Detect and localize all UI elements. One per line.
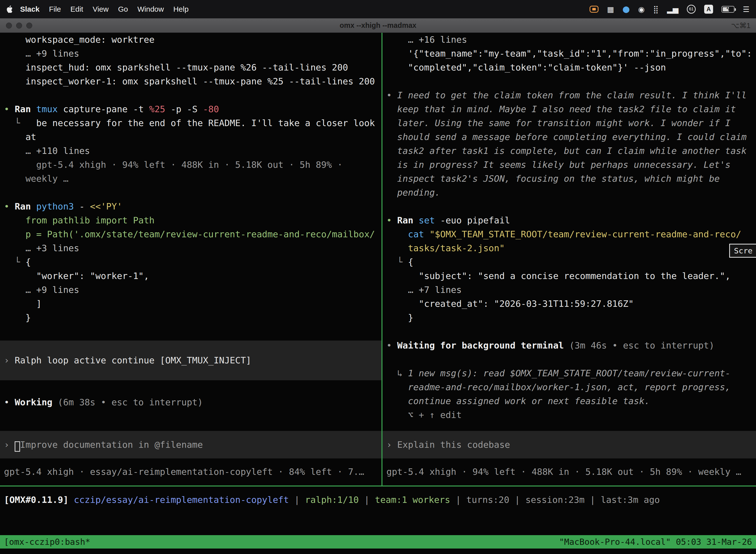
terminal-line: "worker": "worker-1", xyxy=(4,269,381,283)
menu-bar-left: SlackFileEditViewGoWindowHelp xyxy=(6,5,193,13)
terminal-line xyxy=(4,186,381,200)
app-menus: SlackFileEditViewGoWindowHelp xyxy=(15,5,193,13)
terminal-line: └ be necessary for the end of the README… xyxy=(4,116,381,130)
window-title: omx --xhigh --madmax xyxy=(0,21,756,30)
menu-window[interactable]: Window xyxy=(133,5,169,13)
terminal-line: … +9 lines xyxy=(4,47,381,61)
terminal: workspace_mode: worktree … +9 lines insp… xyxy=(0,33,756,554)
terminal-line: '{"team_name":"my-team","task_id":"1","f… xyxy=(386,47,756,61)
left-pane-statusline: gpt-5.4 xhigh · essay/ai-reimplementatio… xyxy=(4,465,381,479)
terminal-line: later. Using the same for transition mig… xyxy=(386,116,756,130)
prompt-input-right[interactable]: › Explain this codebase xyxy=(382,431,756,458)
tmux-pane-right[interactable]: … +16 lines '{"team_name":"my-team","tas… xyxy=(382,33,756,486)
terminal-line: … +9 lines xyxy=(4,283,381,297)
terminal-line: ↳ 1 new msg(s): read $OMX_TEAM_STATE_ROO… xyxy=(386,366,756,380)
menu-edit[interactable]: Edit xyxy=(66,5,88,13)
terminal-line: • Waiting for background terminal (3m 46… xyxy=(386,339,756,352)
terminal-line: workspace_mode: worktree xyxy=(4,33,381,47)
menu-slack[interactable]: Slack xyxy=(15,5,44,13)
terminal-line: … +110 lines xyxy=(4,144,381,158)
terminal-line: • Working (6m 38s • esc to interrupt) xyxy=(4,395,381,409)
terminal-line: [OMX#0.11.9] cczip/essay/ai-reimplementa… xyxy=(4,493,756,507)
menu-help[interactable]: Help xyxy=(169,5,193,13)
terminal-line: … +7 lines xyxy=(386,283,756,297)
bars-icon[interactable]: ▂▅ xyxy=(667,5,678,14)
terminal-line: keep that in mind. Maybe I also need the… xyxy=(386,102,756,116)
charging-bolt-icon: ϟ xyxy=(727,6,730,12)
menu-view[interactable]: View xyxy=(88,5,113,13)
working-status: • Working (6m 38s • esc to interrupt) xyxy=(4,395,381,409)
terminal-line: weekly … xyxy=(4,172,381,186)
terminal-line: tasks/task-2.json" xyxy=(386,241,756,255)
terminal-line: … +3 lines xyxy=(4,241,381,255)
menu-bar: SlackFileEditViewGoWindowHelp ▦ ⬤ ◉ ⣿ ▂▅… xyxy=(0,0,756,18)
terminal-line: at xyxy=(4,130,381,144)
terminal-line: └ { xyxy=(386,255,756,269)
terminal-line: inspect_hud: omx sparkshell --tmux-pane … xyxy=(4,61,381,74)
screen-capture-popup[interactable]: Scre xyxy=(729,244,756,258)
terminal-line: readme-and-reco/mailbox/worker-1.json, a… xyxy=(386,380,756,394)
terminal-line: gpt-5.4 xhigh · 94% left · 488K in · 5.1… xyxy=(4,158,381,172)
terminal-line: › Explain this codebase xyxy=(386,438,756,452)
menu-lines-icon[interactable]: ☰ xyxy=(743,5,750,14)
left-pane-output: workspace_mode: worktree … +9 lines insp… xyxy=(4,33,381,325)
screen-recording-stop-icon[interactable] xyxy=(589,6,598,13)
pane-bottom-border xyxy=(0,486,756,487)
gauge-icon[interactable]: 61 xyxy=(687,5,696,14)
terminal-line: } xyxy=(386,311,756,325)
terminal-line: "created_at": "2026-03-31T11:59:27.816Z" xyxy=(386,297,756,311)
terminal-line: "completed","claim_token":"claim-token"}… xyxy=(386,61,756,74)
terminal-line: inspect task2's JSON, focusing on the st… xyxy=(386,172,756,186)
menu-status-icons: ▦ ⬤ ◉ ⣿ ▂▅ 61 A ϟ ☰ xyxy=(589,5,750,14)
terminal-line: is in progress? It seems likely but perh… xyxy=(386,158,756,172)
terminal-line: } xyxy=(4,311,381,325)
apple-menu-icon[interactable] xyxy=(6,5,13,13)
terminal-line xyxy=(386,200,756,214)
menu-go[interactable]: Go xyxy=(113,5,133,13)
input-source-letter: A xyxy=(706,6,711,13)
tmux-session-label[interactable]: [omx-cczip0:bash* xyxy=(4,537,90,547)
battery-icon[interactable]: ϟ xyxy=(721,6,735,13)
close-button[interactable] xyxy=(6,22,12,29)
disc-icon[interactable]: ◉ xyxy=(638,5,645,14)
drop-icon[interactable]: ⬤ xyxy=(623,5,630,13)
gauge-value: 61 xyxy=(689,7,694,12)
terminal-line: • Ran tmux capture-pane -t %25 -p -S -80 xyxy=(4,102,381,116)
terminal-line: › Improve documentation in @filename xyxy=(4,438,381,452)
menu-file[interactable]: File xyxy=(44,5,65,13)
traffic-lights xyxy=(6,22,32,29)
zoom-button[interactable] xyxy=(26,22,32,29)
input-source-icon[interactable]: A xyxy=(704,5,713,14)
terminal-line xyxy=(386,74,756,88)
terminal-line: › Ralph loop active continue [OMX_TMUX_I… xyxy=(4,353,381,367)
right-pane-output: … +16 lines '{"team_name":"my-team","tas… xyxy=(386,33,756,422)
terminal-line xyxy=(4,88,381,102)
inject-banner: › Ralph loop active continue [OMX_TMUX_I… xyxy=(0,340,381,380)
terminal-line: continue assigned work or next feasible … xyxy=(386,394,756,408)
terminal-line: └ { xyxy=(4,255,381,269)
terminal-line: task2 after task1 is complete, but can I… xyxy=(386,144,756,158)
grid-icon[interactable]: ▦ xyxy=(607,5,614,14)
terminal-line: • Ran set -euo pipefail xyxy=(386,214,756,227)
terminal-line: • I need to get the claim token from the… xyxy=(386,88,756,102)
terminal-line: … +16 lines xyxy=(386,33,756,47)
prompt-input-left[interactable]: › Improve documentation in @filename xyxy=(0,431,381,458)
omx-status-line: [OMX#0.11.9] cczip/essay/ai-reimplementa… xyxy=(4,493,756,507)
terminal-line: from pathlib import Path xyxy=(4,214,381,227)
tmux-pane-left[interactable]: workspace_mode: worktree … +9 lines insp… xyxy=(0,33,381,486)
terminal-line: ⌥ + ↑ edit xyxy=(386,408,756,422)
terminal-line: p = Path('.omx/state/team/review-current… xyxy=(4,227,381,241)
window-shortcut: ⌥⌘1 xyxy=(731,21,751,30)
right-pane-statusline: gpt-5.4 xhigh · 94% left · 488K in · 5.1… xyxy=(386,465,756,479)
record-dot xyxy=(592,8,596,10)
terminal-line: inspect_worker-1: omx sparkshell --tmux-… xyxy=(4,74,381,88)
terminal-line: gpt-5.4 xhigh · 94% left · 488K in · 5.1… xyxy=(386,465,756,479)
terminal-line: cat "$OMX_TEAM_STATE_ROOT/team/review-cu… xyxy=(386,227,756,241)
dots-grid-icon[interactable]: ⣿ xyxy=(653,5,658,14)
minimize-button[interactable] xyxy=(16,22,22,29)
terminal-line: • Ran python3 - <<'PY' xyxy=(4,200,381,214)
window-title-bar[interactable]: omx --xhigh --madmax ⌥⌘1 xyxy=(0,18,756,33)
terminal-line: ] xyxy=(4,297,381,311)
tmux-host-clock: "MacBook-Pro-44.local" 05:03 31-Mar-26 xyxy=(559,537,752,547)
tmux-status-bar: [omx-cczip0:bash* "MacBook-Pro-44.local"… xyxy=(0,535,756,549)
